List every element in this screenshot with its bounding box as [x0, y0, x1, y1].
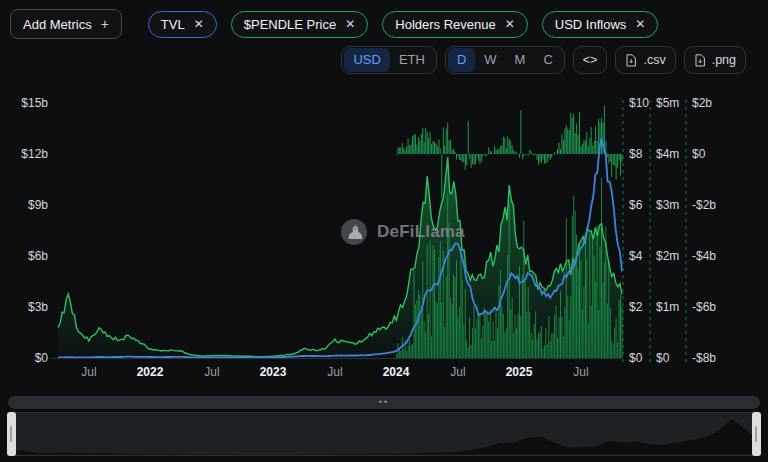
currency-usd-button[interactable]: USD	[344, 48, 389, 72]
svg-text:-$2b: -$2b	[692, 198, 716, 212]
svg-text:2023: 2023	[260, 365, 287, 379]
add-metrics-label: Add Metrics	[23, 17, 92, 32]
y-axis-revenue: $0$1m$2m$3m$4m$5m	[656, 96, 679, 365]
interval-selector: D W M C	[445, 46, 565, 74]
interval-m-button[interactable]: M	[506, 48, 535, 72]
chip-close-icon[interactable]: ✕	[194, 18, 204, 30]
svg-text:$2b: $2b	[692, 96, 712, 110]
svg-text:$12b: $12b	[21, 147, 48, 161]
y-axis-price: $0$2$4$6$8$10	[629, 96, 649, 365]
svg-text:Jul: Jul	[450, 365, 465, 379]
svg-text:$9b: $9b	[28, 198, 48, 212]
usd-inflows-bars	[396, 106, 623, 198]
metric-chip-pendle-price[interactable]: $PENDLE Price ✕	[231, 11, 369, 38]
svg-text:$10: $10	[629, 96, 649, 110]
svg-text:$5m: $5m	[656, 96, 679, 110]
zoom-handle-left[interactable]	[7, 412, 16, 456]
chart-canvas[interactable]: $0$3b$6b$9b$12b$15b$0$2$4$6$8$10$0$1m$2m…	[0, 88, 768, 390]
svg-text:$0: $0	[35, 351, 49, 365]
svg-text:2024: 2024	[383, 365, 410, 379]
chip-label: USD Inflows	[555, 17, 627, 32]
chip-close-icon[interactable]: ✕	[635, 18, 645, 30]
svg-text:Jul: Jul	[204, 365, 219, 379]
png-label: .png	[712, 53, 736, 67]
svg-text:2022: 2022	[137, 365, 164, 379]
download-file-icon	[625, 54, 637, 67]
svg-text:$2: $2	[629, 300, 643, 314]
x-axis: Jul2022Jul2023Jul2024Jul2025Jul	[81, 365, 588, 379]
metric-chip-list: TVL ✕ $PENDLE Price ✕ Holders Revenue ✕ …	[148, 11, 659, 38]
currency-eth-button[interactable]: ETH	[390, 48, 434, 72]
download-file-icon	[694, 54, 706, 67]
svg-text:$0: $0	[629, 351, 643, 365]
svg-text:$2m: $2m	[656, 249, 679, 263]
metric-chip-usd-inflows[interactable]: USD Inflows ✕	[542, 11, 659, 38]
svg-text:Jul: Jul	[327, 365, 342, 379]
chart-zoom-scrollbar[interactable]: ••	[8, 396, 760, 409]
embed-code-icon: <>	[583, 53, 598, 67]
y-axis-inflows: -$8b-$6b-$4b-$2b$0$2b	[692, 96, 716, 365]
zoom-handle-right[interactable]	[752, 412, 761, 456]
svg-text:Jul: Jul	[573, 365, 588, 379]
add-metrics-button[interactable]: Add Metrics +	[10, 9, 122, 39]
svg-text:$15b: $15b	[21, 96, 48, 110]
svg-text:-$8b: -$8b	[692, 351, 716, 365]
pendle-price-area	[58, 157, 622, 358]
svg-text:$8: $8	[629, 147, 643, 161]
download-csv-button[interactable]: .csv	[615, 46, 675, 74]
embed-button[interactable]: <>	[573, 46, 608, 74]
svg-text:$0: $0	[656, 351, 670, 365]
chip-label: TVL	[161, 17, 185, 32]
metric-chip-tvl[interactable]: TVL ✕	[148, 11, 217, 38]
download-png-button[interactable]: .png	[684, 46, 746, 74]
chart-toolbar: USD ETH D W M C <> .csv .png	[341, 46, 746, 74]
chart-area[interactable]: $0$3b$6b$9b$12b$15b$0$2$4$6$8$10$0$1m$2m…	[0, 88, 768, 390]
svg-text:2025: 2025	[506, 365, 533, 379]
interval-d-button[interactable]: D	[448, 48, 475, 72]
currency-toggle: USD ETH	[341, 46, 436, 74]
svg-text:$0: $0	[692, 147, 706, 161]
y-axis-tvl: $0$3b$6b$9b$12b$15b	[21, 96, 48, 365]
plus-icon: +	[101, 16, 109, 32]
svg-text:$3m: $3m	[656, 198, 679, 212]
svg-text:$1m: $1m	[656, 300, 679, 314]
svg-text:-$6b: -$6b	[692, 300, 716, 314]
csv-label: .csv	[643, 53, 665, 67]
svg-text:$3b: $3b	[28, 300, 48, 314]
interval-w-button[interactable]: W	[475, 48, 505, 72]
svg-text:$6b: $6b	[28, 249, 48, 263]
chart-zoom-brush[interactable]	[8, 412, 760, 456]
chip-label: Holders Revenue	[395, 17, 495, 32]
metrics-bar: Add Metrics + TVL ✕ $PENDLE Price ✕ Hold…	[10, 9, 762, 39]
svg-text:$4: $4	[629, 249, 643, 263]
svg-text:$4m: $4m	[656, 147, 679, 161]
svg-text:$6: $6	[629, 198, 643, 212]
svg-text:-$4b: -$4b	[692, 249, 716, 263]
svg-text:Jul: Jul	[81, 365, 96, 379]
chip-close-icon[interactable]: ✕	[505, 18, 515, 30]
chip-close-icon[interactable]: ✕	[345, 18, 355, 30]
brush-minimap	[9, 413, 759, 455]
chip-label: $PENDLE Price	[244, 17, 336, 32]
interval-c-button[interactable]: C	[534, 48, 561, 72]
metric-chip-holders-revenue[interactable]: Holders Revenue ✕	[382, 11, 528, 38]
secondary-axis-lines	[623, 100, 686, 364]
